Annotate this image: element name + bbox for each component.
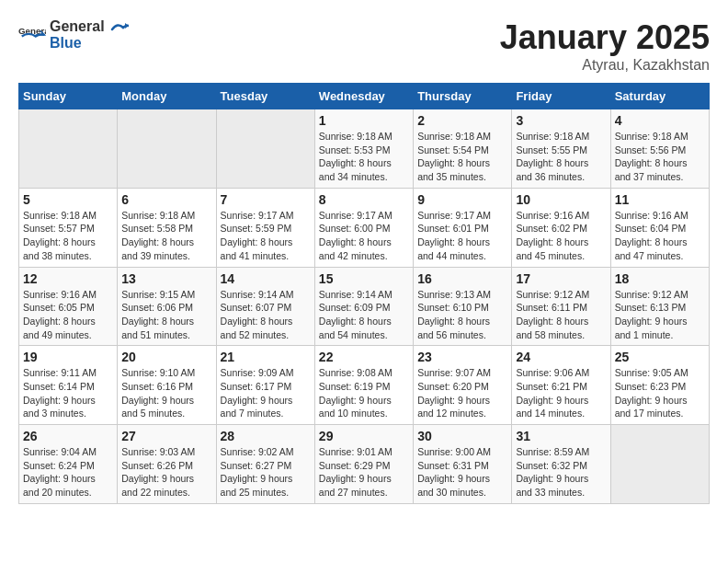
day-cell: 18Sunrise: 9:12 AM Sunset: 6:13 PM Dayli… (610, 267, 709, 346)
day-cell: 26Sunrise: 9:04 AM Sunset: 6:24 PM Dayli… (19, 425, 118, 504)
day-info: Sunrise: 9:17 AM Sunset: 6:00 PM Dayligh… (319, 209, 409, 263)
day-number: 9 (417, 192, 507, 207)
day-info: Sunrise: 9:14 AM Sunset: 6:09 PM Dayligh… (319, 288, 409, 342)
day-info: Sunrise: 9:18 AM Sunset: 5:55 PM Dayligh… (516, 130, 606, 184)
day-number: 12 (23, 271, 113, 286)
day-info: Sunrise: 9:02 AM Sunset: 6:27 PM Dayligh… (221, 445, 311, 500)
week-row-4: 19Sunrise: 9:11 AM Sunset: 6:14 PM Dayli… (19, 346, 710, 425)
weekday-header-sunday: Sunday (19, 84, 118, 109)
day-number: 13 (121, 271, 211, 286)
day-number: 3 (516, 113, 606, 128)
day-cell (118, 109, 216, 189)
day-cell: 27Sunrise: 9:03 AM Sunset: 6:26 PM Dayli… (118, 425, 216, 504)
day-number: 23 (417, 350, 507, 364)
weekday-header-wednesday: Wednesday (314, 84, 413, 109)
calendar-subtitle: Atyrau, Kazakhstan (500, 57, 710, 74)
day-info: Sunrise: 9:14 AM Sunset: 6:07 PM Dayligh… (221, 288, 311, 342)
day-info: Sunrise: 9:18 AM Sunset: 5:53 PM Dayligh… (319, 130, 409, 184)
day-cell: 12Sunrise: 9:16 AM Sunset: 6:05 PM Dayli… (19, 267, 118, 346)
day-number: 19 (23, 350, 113, 364)
day-cell: 25Sunrise: 9:05 AM Sunset: 6:23 PM Dayli… (610, 346, 709, 425)
day-cell: 20Sunrise: 9:10 AM Sunset: 6:16 PM Dayli… (118, 346, 216, 425)
day-cell: 22Sunrise: 9:08 AM Sunset: 6:19 PM Dayli… (314, 346, 413, 425)
day-info: Sunrise: 9:11 AM Sunset: 6:14 PM Dayligh… (23, 366, 113, 420)
day-info: Sunrise: 9:18 AM Sunset: 5:58 PM Dayligh… (121, 209, 211, 263)
day-cell: 14Sunrise: 9:14 AM Sunset: 6:07 PM Dayli… (216, 267, 314, 346)
day-info: Sunrise: 9:18 AM Sunset: 5:56 PM Dayligh… (615, 130, 705, 184)
day-cell: 19Sunrise: 9:11 AM Sunset: 6:14 PM Dayli… (19, 346, 118, 425)
day-info: Sunrise: 9:07 AM Sunset: 6:20 PM Dayligh… (417, 366, 507, 420)
logo-general: General (50, 18, 129, 35)
day-info: Sunrise: 9:17 AM Sunset: 6:01 PM Dayligh… (417, 209, 507, 263)
day-number: 24 (516, 350, 606, 364)
day-info: Sunrise: 9:08 AM Sunset: 6:19 PM Dayligh… (319, 366, 409, 420)
day-info: Sunrise: 8:59 AM Sunset: 6:32 PM Dayligh… (516, 445, 606, 500)
day-cell: 13Sunrise: 9:15 AM Sunset: 6:06 PM Dayli… (118, 267, 216, 346)
week-row-1: 1Sunrise: 9:18 AM Sunset: 5:53 PM Daylig… (19, 109, 710, 189)
weekday-header-saturday: Saturday (610, 84, 709, 109)
day-number: 1 (319, 113, 409, 128)
day-cell (216, 109, 314, 189)
day-info: Sunrise: 9:16 AM Sunset: 6:02 PM Dayligh… (516, 209, 606, 263)
day-number: 14 (221, 271, 311, 286)
day-info: Sunrise: 9:10 AM Sunset: 6:16 PM Dayligh… (121, 366, 211, 420)
day-info: Sunrise: 9:17 AM Sunset: 5:59 PM Dayligh… (221, 209, 311, 263)
day-info: Sunrise: 9:06 AM Sunset: 6:21 PM Dayligh… (516, 366, 606, 420)
day-number: 31 (516, 429, 606, 443)
day-info: Sunrise: 9:04 AM Sunset: 6:24 PM Dayligh… (23, 445, 113, 500)
day-cell (19, 109, 118, 189)
day-cell: 23Sunrise: 9:07 AM Sunset: 6:20 PM Dayli… (414, 346, 512, 425)
week-row-5: 26Sunrise: 9:04 AM Sunset: 6:24 PM Dayli… (19, 425, 710, 504)
day-cell: 28Sunrise: 9:02 AM Sunset: 6:27 PM Dayli… (216, 425, 314, 504)
week-row-2: 5Sunrise: 9:18 AM Sunset: 5:57 PM Daylig… (19, 188, 710, 267)
day-cell (610, 425, 709, 504)
day-number: 4 (615, 113, 705, 128)
header: General General Blue January 2025 Atyrau… (18, 18, 710, 74)
day-info: Sunrise: 9:05 AM Sunset: 6:23 PM Dayligh… (615, 366, 705, 420)
day-info: Sunrise: 9:09 AM Sunset: 6:17 PM Dayligh… (221, 366, 311, 420)
day-info: Sunrise: 9:03 AM Sunset: 6:26 PM Dayligh… (121, 445, 211, 500)
day-info: Sunrise: 9:01 AM Sunset: 6:29 PM Dayligh… (319, 445, 409, 500)
day-number: 20 (121, 350, 211, 364)
day-number: 15 (319, 271, 409, 286)
day-number: 25 (615, 350, 705, 364)
day-number: 29 (319, 429, 409, 443)
day-info: Sunrise: 9:12 AM Sunset: 6:11 PM Dayligh… (516, 288, 606, 342)
logo: General General Blue (18, 18, 129, 51)
day-cell: 8Sunrise: 9:17 AM Sunset: 6:00 PM Daylig… (314, 188, 413, 267)
svg-marker-1 (125, 23, 129, 29)
day-number: 27 (121, 429, 211, 443)
calendar-table: SundayMondayTuesdayWednesdayThursdayFrid… (18, 83, 710, 504)
weekday-header-friday: Friday (512, 84, 610, 109)
week-row-3: 12Sunrise: 9:16 AM Sunset: 6:05 PM Dayli… (19, 267, 710, 346)
day-cell: 15Sunrise: 9:14 AM Sunset: 6:09 PM Dayli… (314, 267, 413, 346)
day-info: Sunrise: 9:16 AM Sunset: 6:05 PM Dayligh… (23, 288, 113, 342)
day-number: 22 (319, 350, 409, 364)
day-cell: 10Sunrise: 9:16 AM Sunset: 6:02 PM Dayli… (512, 188, 610, 267)
day-number: 21 (221, 350, 311, 364)
day-cell: 2Sunrise: 9:18 AM Sunset: 5:54 PM Daylig… (414, 109, 512, 189)
logo-blue: Blue (50, 35, 129, 52)
day-number: 26 (23, 429, 113, 443)
day-number: 10 (516, 192, 606, 207)
day-number: 11 (615, 192, 705, 207)
day-cell: 5Sunrise: 9:18 AM Sunset: 5:57 PM Daylig… (19, 188, 118, 267)
day-number: 18 (615, 271, 705, 286)
day-info: Sunrise: 9:15 AM Sunset: 6:06 PM Dayligh… (121, 288, 211, 342)
day-number: 28 (221, 429, 311, 443)
day-info: Sunrise: 9:18 AM Sunset: 5:54 PM Dayligh… (417, 130, 507, 184)
day-cell: 30Sunrise: 9:00 AM Sunset: 6:31 PM Dayli… (414, 425, 512, 504)
title-area: January 2025 Atyrau, Kazakhstan (500, 18, 710, 74)
day-cell: 4Sunrise: 9:18 AM Sunset: 5:56 PM Daylig… (610, 109, 709, 189)
calendar-title: January 2025 (500, 18, 710, 57)
day-cell: 17Sunrise: 9:12 AM Sunset: 6:11 PM Dayli… (512, 267, 610, 346)
day-cell: 29Sunrise: 9:01 AM Sunset: 6:29 PM Dayli… (314, 425, 413, 504)
day-number: 8 (319, 192, 409, 207)
day-number: 5 (23, 192, 113, 207)
day-cell: 31Sunrise: 8:59 AM Sunset: 6:32 PM Dayli… (512, 425, 610, 504)
day-cell: 3Sunrise: 9:18 AM Sunset: 5:55 PM Daylig… (512, 109, 610, 189)
day-cell: 9Sunrise: 9:17 AM Sunset: 6:01 PM Daylig… (414, 188, 512, 267)
day-number: 17 (516, 271, 606, 286)
day-info: Sunrise: 9:13 AM Sunset: 6:10 PM Dayligh… (417, 288, 507, 342)
day-number: 6 (121, 192, 211, 207)
